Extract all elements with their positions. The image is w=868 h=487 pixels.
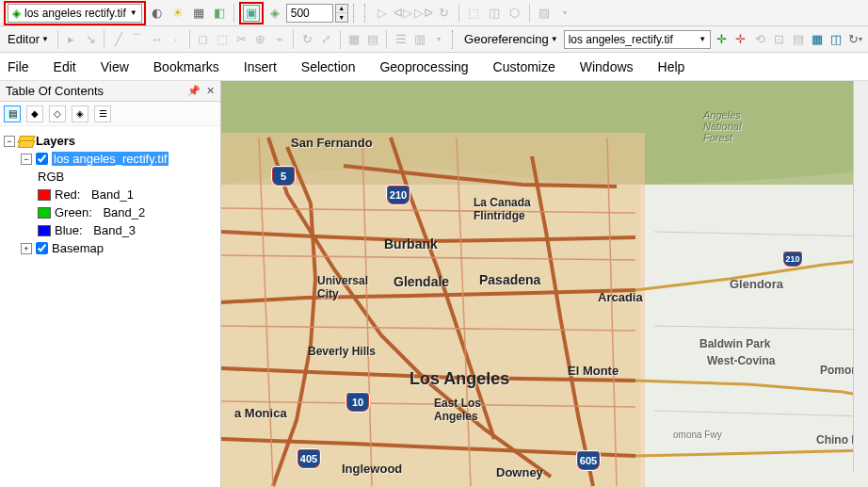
point-tool-icon[interactable]: · [167,30,184,49]
menu-edit[interactable]: Edit [54,59,76,74]
menu2-icon[interactable]: ▾ [430,30,447,49]
tool-d-icon[interactable]: ▨ [535,4,554,23]
layer-icon[interactable]: ◧ [210,4,229,23]
list-by-drawing-icon[interactable]: ▤ [4,106,21,122]
separator [458,4,459,23]
swipe-spinner[interactable]: ▲▼ [335,4,348,23]
highlight-fit-button: ▣ [239,2,264,24]
list-by-source-icon[interactable]: ◆ [26,106,43,122]
map-label: omona Fwy [673,430,722,440]
swipe-icon[interactable]: ◈ [265,4,284,23]
line-tool-icon[interactable]: ╱ [109,30,126,49]
menu-file[interactable]: File [8,59,29,74]
menu-selection[interactable]: Selection [301,59,356,74]
flag-icon[interactable]: ▷ [373,4,392,23]
georef-layer-dropdown[interactable]: los angeles_rectify.tif ▼ [564,30,712,49]
menu-windows[interactable]: Windows [580,59,634,74]
toc-options-icon[interactable]: ☰ [94,106,111,122]
swipe-value-input[interactable] [286,4,333,23]
menu-insert[interactable]: Insert [244,59,277,74]
cut-icon[interactable]: ✂ [233,30,249,49]
raster-layer-name[interactable]: los angeles_rectify.tif [52,152,169,166]
georef-layer-value: los angeles_rectify.tif [569,33,673,46]
blue-swatch [38,225,51,236]
close-icon[interactable]: ✕ [206,85,215,97]
grip[interactable] [452,30,456,49]
menu-view[interactable]: View [101,59,129,74]
midpoint-icon[interactable]: ↔ [148,30,165,49]
add-control-point-icon[interactable]: ✛ [713,30,730,49]
tool-c-icon[interactable]: ⬡ [506,4,524,23]
map-view[interactable]: San FernandoLa CanadaFlintridgeBurbankUn… [221,81,868,487]
rotate-icon[interactable]: ↻ [298,30,315,49]
highlight-layer-dropdown: ◈ los angeles rectify.tif ▼ [4,1,146,25]
arc-tool-icon[interactable]: ⌒ [129,30,146,49]
grid-b-icon[interactable]: ▤ [364,30,381,49]
tree-root-layers[interactable]: − Layers [4,132,217,150]
sketch-icon[interactable]: ▥ [411,30,428,49]
brightness-icon[interactable]: ☀ [169,4,187,23]
list-by-visibility-icon[interactable]: ◇ [49,106,66,122]
menu-drop-icon[interactable]: ▾ [555,4,574,23]
zoom-link-icon[interactable]: ⊡ [770,30,787,49]
delete-link-icon[interactable]: ▤ [790,30,807,49]
chevron-down-icon: ▼ [551,35,558,43]
grid-a-icon[interactable]: ▦ [346,30,362,49]
menu-customize[interactable]: Customize [493,59,555,74]
list-by-selection-icon[interactable]: ◈ [72,106,88,122]
split-icon[interactable]: ⌁ [271,30,288,49]
attr-icon[interactable]: ☰ [392,30,409,49]
transparency-icon[interactable]: ▦ [189,4,208,23]
animate-icon[interactable]: ↻ [435,4,454,23]
tree-band-blue: Blue: Band_3 [4,221,217,239]
contrast-icon[interactable]: ◐ [148,4,167,23]
pin-icon[interactable]: 📌 [187,85,201,97]
separator [293,30,294,49]
green-label: Green: [55,205,92,219]
menu-geoprocessing[interactable]: Geoprocessing [379,59,468,74]
flag3-icon[interactable]: ▷ᐅ [414,4,433,23]
scale-icon[interactable]: ⤢ [318,30,335,49]
menu-bookmarks[interactable]: Bookmarks [153,59,219,74]
tool-b-icon[interactable]: ◫ [485,4,504,23]
tree-basemap[interactable]: + Basemap [4,239,217,257]
highway-shield: 5 [271,166,296,187]
map-label: El Monte [568,364,619,378]
red-swatch [38,189,51,201]
tool-a-icon[interactable]: ⬚ [464,4,483,23]
collapse-icon[interactable]: − [21,154,32,165]
tree-raster-layer[interactable]: − los angeles_rectify.tif [4,150,217,168]
effects-layer-dropdown[interactable]: ◈ los angeles rectify.tif ▼ [8,4,142,23]
collapse-icon[interactable]: − [4,136,15,147]
georef-options-icon[interactable]: ↻▾ [847,30,864,49]
fit-to-display-button[interactable]: ▣ [243,5,260,22]
map-label: Beverly Hills [308,345,376,358]
select-link-icon[interactable]: ⟲ [751,30,768,49]
grip[interactable] [364,4,368,23]
expand-icon[interactable]: + [21,243,32,254]
shape-a-icon[interactable]: ◻ [195,30,212,49]
layers-label: Layers [36,134,75,148]
spin-down-icon[interactable]: ▼ [336,13,347,22]
table-of-contents-panel: Table Of Contents 📌 ✕ ▤ ◆ ◇ ◈ ☰ − Layers… [0,81,221,487]
layer-visibility-checkbox[interactable] [36,153,48,165]
edit-arrow2-icon[interactable]: ↘ [82,30,99,49]
georef-menu[interactable]: Georeferencing ▼ [460,32,562,46]
auto-register-icon[interactable]: ✛ [732,30,749,49]
vertical-scrollbar[interactable] [853,81,868,472]
map-label: East LosAngeles [434,397,481,423]
flag2-icon[interactable]: ᐊ▷ [394,4,412,23]
editor-menu[interactable]: Editor ▼ [4,32,53,46]
snap-icon[interactable]: ⊕ [252,30,269,49]
menu-help[interactable]: Help [658,59,685,74]
link-table-icon[interactable]: ▦ [809,30,826,49]
map-label: Glendora [730,277,783,291]
layers-icon [19,136,32,147]
spin-up-icon[interactable]: ▲ [336,5,347,14]
basemap-visibility-checkbox[interactable] [36,242,48,254]
shape-b-icon[interactable]: ⬚ [214,30,231,49]
viewer-icon[interactable]: ◫ [828,30,844,49]
grip[interactable] [353,4,357,23]
main-area: Table Of Contents 📌 ✕ ▤ ◆ ◇ ◈ ☰ − Layers… [0,81,868,487]
edit-arrow-icon[interactable]: ▸ [63,30,80,49]
